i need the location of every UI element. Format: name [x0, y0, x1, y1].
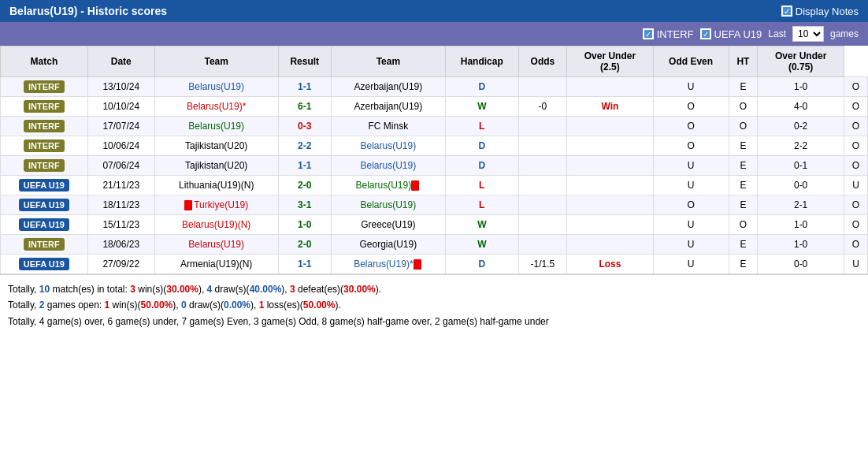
- odds-value: Win: [601, 101, 618, 112]
- game-result-cell: D: [445, 156, 518, 176]
- match-type-cell: UEFA U19: [1, 176, 88, 195]
- result-cell: 0-3: [278, 117, 331, 136]
- team1-cell: Belarus(U19): [154, 235, 278, 255]
- game-result-cell: L: [445, 195, 518, 215]
- interf-checkbox[interactable]: ✓: [643, 28, 654, 39]
- team1-cell: Belarus(U19): [154, 117, 278, 136]
- date-cell: 07/06/24: [87, 156, 154, 176]
- defeats-pct: 30.00%: [343, 284, 376, 295]
- team1-name: Belarus(U19)(N): [182, 219, 250, 230]
- ht-cell: 1-0: [758, 77, 844, 97]
- result-score: 2-0: [298, 180, 311, 191]
- result-cell: 1-1: [278, 156, 331, 176]
- game-result: D: [478, 160, 485, 171]
- ht-over-under-cell: O: [844, 117, 867, 136]
- last-label: Last: [768, 28, 786, 39]
- team2-name: Belarus(U19)*: [354, 258, 413, 270]
- team1-cell: Belarus(U19): [154, 77, 278, 97]
- uefa-label: UEFA U19: [714, 28, 762, 40]
- team1-name: Turkiye(U19): [194, 199, 248, 210]
- match-type-cell: INTERF: [1, 156, 88, 176]
- match-type-cell: INTERF: [1, 235, 88, 255]
- display-notes-checkbox[interactable]: ✓: [781, 6, 792, 17]
- date-cell: 17/07/24: [87, 117, 154, 136]
- game-result-cell: W: [445, 97, 518, 117]
- match-badge: INTERF: [24, 139, 65, 152]
- col-over-under-main: Over Under(2.5): [567, 46, 654, 77]
- team1-name: Tajikistan(U20): [185, 160, 247, 171]
- match-type-cell: INTERF: [1, 117, 88, 136]
- team2-name: Azerbaijan(U19): [354, 81, 423, 92]
- games-select[interactable]: 10 20 30: [792, 26, 824, 42]
- uefa-checkbox[interactable]: ✓: [700, 28, 711, 39]
- game-result-cell: D: [445, 77, 518, 97]
- ht-over-under-cell: O: [844, 77, 867, 97]
- team2-cell: FC Minsk: [331, 117, 445, 136]
- ht-cell: 1-0: [758, 235, 844, 255]
- odds-cell: [567, 176, 654, 195]
- handicap-cell: [518, 156, 566, 176]
- match-type-cell: INTERF: [1, 136, 88, 156]
- ht-over-under-cell: O: [844, 136, 867, 156]
- team2-cell: Belarus(U19)*: [331, 255, 445, 274]
- col-date: Date: [87, 46, 154, 77]
- odd-even-cell: E: [729, 235, 758, 255]
- result-cell: 1-1: [278, 77, 331, 97]
- red-card-icon: [414, 259, 421, 270]
- filter-bar: ✓ INTERF ✓ UEFA U19 Last 10 20 30 games: [0, 22, 868, 46]
- team2-name: Greece(U19): [361, 219, 415, 230]
- result-cell: 2-0: [278, 235, 331, 255]
- uefa-filter[interactable]: ✓ UEFA U19: [700, 28, 762, 40]
- odd-even-cell: E: [729, 255, 758, 274]
- date-cell: 15/11/23: [87, 215, 154, 235]
- col-odds: Odds: [518, 46, 566, 77]
- display-notes-label[interactable]: ✓ Display Notes: [781, 6, 859, 17]
- team1-cell: Armenia(U19)(N): [154, 255, 278, 274]
- result-score: 1-1: [298, 81, 311, 92]
- defeats: 3: [290, 284, 295, 295]
- table-row: UEFA U1918/11/23Turkiye(U19)3-1Belarus(U…: [1, 195, 868, 215]
- table-row: INTERF10/06/24Tajikistan(U20)2-2Belarus(…: [1, 136, 868, 156]
- handicap-cell: -1/1.5: [518, 255, 566, 274]
- interf-filter[interactable]: ✓ INTERF: [643, 28, 694, 40]
- summary-line3: Totally, 4 game(s) over, 6 game(s) under…: [8, 314, 860, 329]
- odds-cell: [567, 235, 654, 255]
- summary-section: Totally, 10 match(es) in total: 3 win(s)…: [0, 274, 868, 336]
- handicap-cell: [518, 195, 566, 215]
- game-result-cell: W: [445, 215, 518, 235]
- game-result: W: [477, 101, 486, 112]
- game-result-cell: L: [445, 176, 518, 195]
- team1-name: Tajikistan(U20): [185, 140, 247, 151]
- date-cell: 18/11/23: [87, 195, 154, 215]
- col-odd-even: Odd Even: [653, 46, 729, 77]
- ht-over-under-cell: O: [844, 156, 867, 176]
- result-cell: 6-1: [278, 97, 331, 117]
- handicap-cell: [518, 176, 566, 195]
- ht-over-under-cell: O: [844, 195, 867, 215]
- result-score: 3-1: [298, 199, 311, 210]
- date-cell: 10/10/24: [87, 97, 154, 117]
- col-team2: Team: [331, 46, 445, 77]
- match-type-cell: UEFA U19: [1, 195, 88, 215]
- odds-value: Loss: [599, 258, 621, 270]
- summary-line2: Totally, 2 games open: 1 win(s)(50.00%),…: [8, 297, 860, 313]
- ht-cell: 2-1: [758, 195, 844, 215]
- odds-cell: [567, 215, 654, 235]
- result-score: 2-2: [298, 140, 311, 151]
- team1-cell: Belarus(U19)(N): [154, 215, 278, 235]
- odd-even-cell: E: [729, 156, 758, 176]
- ht-over-under-cell: O: [844, 215, 867, 235]
- result-score: 2-0: [298, 239, 311, 250]
- draws-pct: 40.00%: [250, 284, 282, 295]
- match-type-cell: UEFA U19: [1, 215, 88, 235]
- game-result: D: [478, 81, 485, 92]
- team2-cell: Azerbaijan(U19): [331, 77, 445, 97]
- handicap-cell: [518, 117, 566, 136]
- odd-even-cell: E: [729, 195, 758, 215]
- team2-cell: Belarus(U19): [331, 136, 445, 156]
- handicap-cell: [518, 235, 566, 255]
- over-under-cell: U: [653, 77, 729, 97]
- matches-table: Match Date Team Result Team Handicap Odd…: [0, 46, 868, 274]
- result-score: 1-1: [298, 160, 311, 171]
- odds-cell: [567, 156, 654, 176]
